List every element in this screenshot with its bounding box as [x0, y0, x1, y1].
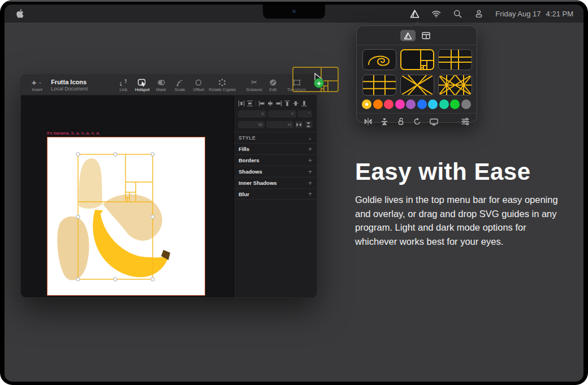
mask-icon: [157, 78, 166, 86]
document-title: Frutta Icons Local Document: [51, 79, 109, 92]
goldie-logo-icon: [404, 32, 412, 40]
guide-grid[interactable]: [362, 75, 396, 96]
align-top-icon[interactable]: [284, 100, 291, 107]
style-row-fills[interactable]: Fills +: [234, 143, 317, 154]
color-swatch[interactable]: [384, 100, 394, 109]
color-swatch[interactable]: [428, 100, 438, 109]
add-inner-shadow-button[interactable]: +: [308, 179, 312, 187]
color-swatch[interactable]: [450, 100, 460, 109]
wifi-icon[interactable]: [431, 8, 441, 19]
unlock-button[interactable]: [396, 117, 405, 126]
align-center-h-icon[interactable]: [267, 100, 274, 107]
display-notch: [263, 5, 325, 19]
align-left-icon[interactable]: [258, 100, 265, 107]
guide-harmonic-armature[interactable]: [438, 75, 472, 96]
y-field[interactable]: Y: [268, 110, 296, 118]
hero-body: Goldie lives in the top menu bar for eas…: [355, 193, 581, 248]
golden-ratio-guide-overlay[interactable]: [77, 154, 153, 280]
style-section-header[interactable]: STYLE ⌄: [234, 132, 317, 143]
user-switcher-icon[interactable]: [474, 8, 484, 19]
chevron-down-icon: ⌄: [38, 80, 43, 85]
color-swatch[interactable]: [373, 100, 383, 109]
selection-handles: [76, 153, 154, 281]
tab-guides[interactable]: [400, 30, 416, 41]
rotate-icon: [413, 117, 422, 126]
align-bottom-icon[interactable]: [301, 100, 308, 107]
flip-horizontal-icon: [364, 117, 373, 126]
chevron-down-icon: ⌄: [308, 135, 312, 141]
flip-horizontal-button[interactable]: [364, 117, 373, 126]
color-swatch[interactable]: [439, 100, 449, 109]
unlock-icon: [396, 117, 405, 126]
align-right-icon[interactable]: [275, 100, 282, 107]
scale-icon: [175, 78, 184, 86]
menubar-time[interactable]: 4:21 PM: [546, 10, 573, 18]
hotspot-icon: [137, 78, 147, 86]
offset-button[interactable]: Offset: [189, 78, 208, 92]
edit-icon: [269, 78, 278, 86]
tab-layouts[interactable]: [418, 30, 434, 41]
link-icon: [119, 78, 128, 86]
guide-template-grid: [357, 45, 477, 96]
x-field[interactable]: X: [238, 110, 266, 118]
artboard[interactable]: [47, 137, 205, 296]
guide-golden-spiral[interactable]: [362, 49, 396, 70]
width-field[interactable]: W: [238, 121, 265, 128]
camera-dot: [292, 10, 296, 13]
flip-vertical-button[interactable]: [305, 121, 313, 128]
style-row-inner-shadows[interactable]: Inner Shadows +: [234, 177, 317, 188]
rotate-copies-button[interactable]: Rotate Copies: [208, 78, 237, 92]
align-middle-icon[interactable]: [292, 100, 299, 107]
guide-diagonals[interactable]: [400, 75, 434, 96]
style-row-shadows[interactable]: Shadows +: [234, 166, 317, 177]
add-border-button[interactable]: +: [308, 157, 312, 165]
guide-phi-grid[interactable]: [438, 49, 472, 70]
rotate-copies-icon: [218, 78, 227, 86]
guide-golden-rectangle[interactable]: [400, 49, 434, 70]
mask-button[interactable]: Mask: [152, 78, 170, 92]
flip-horizontal-button[interactable]: [295, 121, 303, 128]
hotspot-button[interactable]: Hotspot: [133, 78, 152, 92]
insert-button[interactable]: +⌄ Insert: [27, 78, 47, 92]
menubar-date[interactable]: Friday Aug 17: [495, 10, 541, 18]
hero-title: Easy with Ease: [355, 158, 581, 185]
rotate-button[interactable]: [413, 117, 422, 126]
canvas[interactable]: it's banana, b, a, n, a, n, a.: [21, 96, 234, 297]
offset-icon: [194, 78, 203, 86]
style-row-borders[interactable]: Borders +: [234, 154, 317, 166]
flip-vertical-icon: [380, 117, 389, 126]
desktop: Friday Aug 17 4:21 PM +⌄ Insert Frutta I…: [5, 5, 583, 382]
scissors-button[interactable]: ✂ Scissors: [245, 78, 263, 92]
add-blur-button[interactable]: +: [308, 190, 312, 198]
add-shadow-button[interactable]: +: [308, 168, 312, 176]
style-row-blur[interactable]: Blur +: [234, 188, 317, 200]
window-toolbar: +⌄ Insert Frutta Icons Local Document Li…: [21, 75, 317, 96]
drag-copy-badge: +: [314, 78, 324, 88]
display-button[interactable]: [429, 117, 439, 126]
distribute-vertical-icon[interactable]: [247, 100, 253, 107]
color-swatch[interactable]: [362, 100, 371, 109]
divider: [256, 101, 256, 106]
popover-pointer: [412, 21, 422, 26]
color-swatch-row: [357, 96, 477, 109]
link-button[interactable]: Link: [114, 78, 133, 92]
artboard-label[interactable]: it's banana, b, a, n, a, n, a.: [47, 131, 100, 136]
add-fill-button[interactable]: +: [308, 145, 312, 153]
flip-vertical-button[interactable]: [380, 117, 389, 126]
color-swatch[interactable]: [395, 100, 405, 109]
popover-action-bar: [357, 114, 477, 127]
goldie-menubar-icon[interactable]: [409, 8, 420, 19]
rotation-field[interactable]: °: [298, 110, 312, 118]
color-swatch[interactable]: [461, 100, 471, 109]
scale-button[interactable]: Scale: [170, 78, 189, 92]
settings-sliders-button[interactable]: [461, 117, 470, 126]
distribute-horizontal-icon[interactable]: [238, 100, 245, 107]
design-app-window: +⌄ Insert Frutta Icons Local Document Li…: [20, 75, 317, 298]
plus-icon: +: [32, 77, 37, 87]
edit-button[interactable]: Edit: [263, 78, 282, 92]
apple-menu-icon[interactable]: [15, 8, 25, 19]
color-swatch[interactable]: [406, 100, 416, 109]
color-swatch[interactable]: [417, 100, 427, 109]
search-icon[interactable]: [452, 8, 462, 19]
height-field[interactable]: H: [266, 121, 293, 128]
